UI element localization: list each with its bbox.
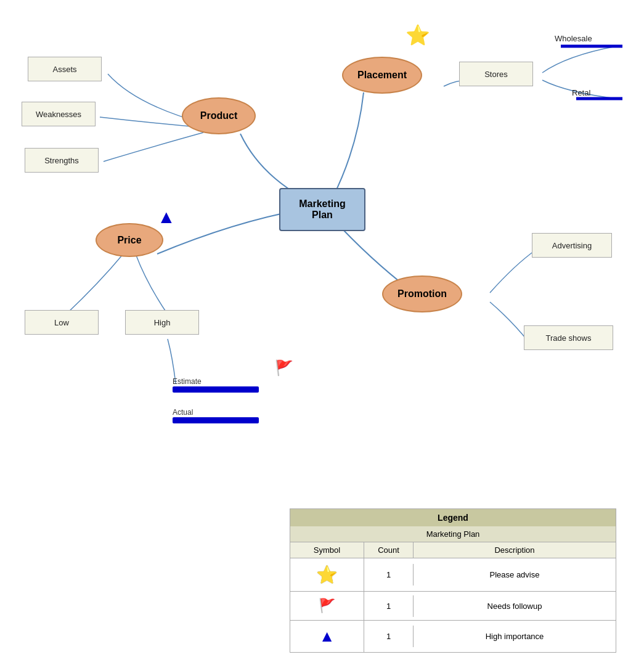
weaknesses-label: Weaknesses bbox=[36, 110, 81, 119]
stores-label: Stores bbox=[484, 70, 508, 79]
assets-node: Assets bbox=[28, 57, 102, 81]
legend-desc-flag: Needs followup bbox=[414, 595, 616, 617]
star-symbol: ⭐ bbox=[406, 23, 430, 47]
legend-desc-star: Please advise bbox=[414, 564, 616, 585]
actual-label: Actual bbox=[173, 408, 259, 417]
legend-flag-icon: 🚩 bbox=[319, 598, 335, 613]
legend-header: Symbol Count Description bbox=[290, 542, 616, 558]
legend-arrow-up-icon: ▲ bbox=[319, 627, 335, 645]
legend-row-star: ⭐ 1 Please advise bbox=[290, 558, 616, 591]
trade-shows-node: Trade shows bbox=[524, 325, 613, 350]
strengths-label: Strengths bbox=[44, 156, 79, 165]
legend-row-flag: 🚩 1 Needs followup bbox=[290, 591, 616, 620]
price-node: Price bbox=[96, 223, 163, 257]
estimate-label: Estimate bbox=[173, 377, 259, 386]
estimate-bar-container: Estimate bbox=[173, 377, 259, 393]
retail-label: Retal bbox=[572, 88, 590, 97]
high-node: High bbox=[125, 310, 199, 335]
legend-sym-arrow: ▲ bbox=[290, 621, 364, 652]
estimate-bar bbox=[173, 386, 259, 393]
arrow-up-symbol: ▲ bbox=[157, 206, 176, 227]
promotion-label: Promotion bbox=[397, 288, 447, 300]
price-label: Price bbox=[117, 235, 141, 246]
actual-bar-container: Actual bbox=[173, 408, 259, 423]
legend-cnt-star: 1 bbox=[364, 564, 414, 585]
legend-star-icon: ⭐ bbox=[316, 565, 338, 584]
center-node-marketing-plan: Marketing Plan bbox=[279, 188, 365, 231]
legend-col-count: Count bbox=[364, 542, 414, 558]
stores-node: Stores bbox=[459, 62, 533, 86]
high-label: High bbox=[154, 318, 171, 327]
promotion-node: Promotion bbox=[382, 275, 462, 312]
legend-col-symbol: Symbol bbox=[290, 542, 364, 558]
legend-cnt-arrow: 1 bbox=[364, 626, 414, 647]
legend-row-arrow: ▲ 1 High importance bbox=[290, 620, 616, 652]
flag-symbol: 🚩 bbox=[275, 359, 293, 377]
legend-col-description: Description bbox=[414, 542, 616, 558]
actual-bar bbox=[173, 417, 259, 423]
placement-label: Placement bbox=[357, 70, 407, 81]
trade-shows-label: Trade shows bbox=[546, 333, 592, 343]
placement-node: Placement bbox=[342, 57, 422, 94]
legend-sym-flag: 🚩 bbox=[290, 592, 364, 620]
advertising-node: Advertising bbox=[532, 233, 612, 258]
wholesale-label: Wholesale bbox=[555, 34, 592, 43]
assets-label: Assets bbox=[52, 65, 76, 74]
legend-desc-arrow: High importance bbox=[414, 626, 616, 647]
weaknesses-node: Weaknesses bbox=[22, 102, 96, 126]
diagram-area: ⭐ 🚩 ▲ Marketing Plan Product Placement P… bbox=[0, 0, 644, 444]
product-label: Product bbox=[200, 110, 237, 121]
center-node-label: Marketing Plan bbox=[299, 198, 346, 221]
legend-title: Legend bbox=[290, 509, 616, 526]
legend-cnt-flag: 1 bbox=[364, 595, 414, 617]
low-label: Low bbox=[54, 318, 69, 327]
low-node: Low bbox=[25, 310, 99, 335]
product-node: Product bbox=[182, 97, 256, 134]
legend-table: Legend Marketing Plan Symbol Count Descr… bbox=[290, 508, 616, 653]
advertising-label: Advertising bbox=[552, 241, 592, 250]
legend-subtitle: Marketing Plan bbox=[290, 526, 616, 542]
legend-sym-star: ⭐ bbox=[290, 558, 364, 591]
strengths-node: Strengths bbox=[25, 148, 99, 173]
